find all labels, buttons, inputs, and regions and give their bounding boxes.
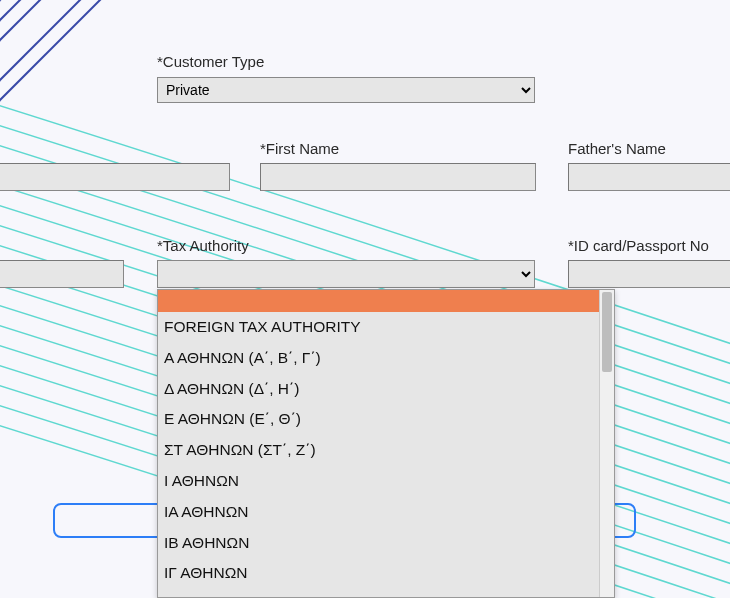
tax-id-input[interactable]: [0, 260, 124, 288]
dropdown-scrollbar[interactable]: [599, 290, 614, 597]
svg-line-1: [0, 0, 60, 60]
tax-authority-option[interactable]: ΙΔ ΑΘΗΝΩΝ: [158, 589, 614, 597]
tax-authority-option[interactable]: ΙΑ ΑΘΗΝΩΝ: [158, 497, 614, 528]
tax-authority-option[interactable]: Ε ΑΘΗΝΩΝ (Ε΄, Θ΄): [158, 404, 614, 435]
fathers-name-input[interactable]: [568, 163, 730, 191]
svg-line-6: [0, 0, 120, 120]
tax-authority-option[interactable]: Δ ΑΘΗΝΩΝ (Δ΄, Η΄): [158, 374, 614, 405]
customer-type-select[interactable]: Private: [157, 77, 535, 103]
id-passport-input[interactable]: [568, 260, 730, 288]
last-name-input[interactable]: [0, 163, 230, 191]
first-name-label: *First Name: [260, 140, 339, 157]
tax-authority-option[interactable]: ΙΒ ΑΘΗΝΩΝ: [158, 528, 614, 559]
tax-authority-option[interactable]: ΙΓ ΑΘΗΝΩΝ: [158, 558, 614, 589]
svg-line-2: [0, 0, 40, 40]
tax-authority-label: *Tax Authority: [157, 237, 249, 254]
tax-authority-select[interactable]: [157, 260, 535, 288]
tax-authority-option[interactable]: FOREIGN TAX AUTHORITY: [158, 312, 614, 343]
tax-authority-dropdown-list[interactable]: FOREIGN TAX AUTHORITYΑ ΑΘΗΝΩΝ (Α΄, Β΄, Γ…: [157, 289, 615, 598]
dropdown-scrollbar-thumb[interactable]: [602, 292, 612, 372]
svg-line-0: [0, 0, 80, 80]
svg-line-4: [0, 0, 10, 10]
tax-authority-option[interactable]: Α ΑΘΗΝΩΝ (Α΄, Β΄, Γ΄): [158, 343, 614, 374]
svg-line-3: [0, 0, 20, 20]
svg-line-5: [0, 0, 100, 100]
customer-type-label: *Customer Type: [157, 53, 264, 70]
tax-authority-option[interactable]: ΣΤ ΑΘΗΝΩΝ (ΣΤ΄, Ζ΄): [158, 435, 614, 466]
tax-authority-option-blank[interactable]: [158, 290, 614, 312]
first-name-input[interactable]: [260, 163, 536, 191]
id-passport-label: *ID card/Passport No: [568, 237, 709, 254]
fathers-name-label: Father's Name: [568, 140, 666, 157]
tax-authority-option[interactable]: Ι ΑΘΗΝΩΝ: [158, 466, 614, 497]
